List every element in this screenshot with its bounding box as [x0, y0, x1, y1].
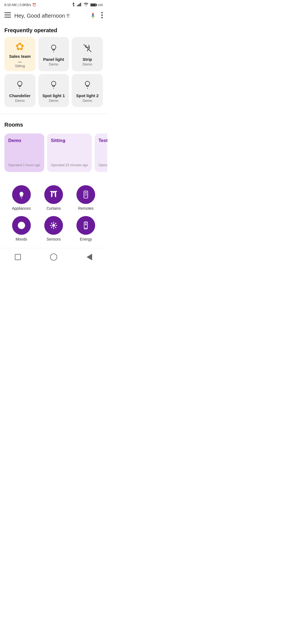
- curtains-label: Curtains: [46, 206, 61, 211]
- categories-grid: Appliances Curtains: [0, 179, 107, 246]
- svg-rect-28: [86, 195, 87, 196]
- category-sensors[interactable]: Sensors: [39, 216, 68, 241]
- svg-rect-4: [4, 12, 11, 13]
- battery-percent: 100: [98, 3, 103, 7]
- svg-point-16: [85, 81, 90, 86]
- card-name: Sales team ...: [8, 54, 32, 63]
- svg-rect-21: [84, 191, 88, 198]
- card-room: Demo: [49, 99, 59, 103]
- nav-back-button[interactable]: [85, 253, 94, 261]
- light-icon: [49, 80, 59, 91]
- mic-button[interactable]: [88, 11, 98, 21]
- svg-rect-24: [86, 193, 87, 194]
- triangle-icon: [87, 254, 92, 260]
- room-time: Operated 2 weeks ago: [98, 163, 107, 168]
- svg-rect-26: [86, 194, 87, 195]
- svg-rect-6: [4, 17, 11, 18]
- card-name: Chandelier: [9, 93, 31, 98]
- plug-off-icon: [82, 43, 92, 55]
- menu-button[interactable]: [4, 12, 11, 19]
- svg-point-14: [18, 81, 22, 86]
- room-name: Testing: [98, 138, 107, 143]
- svg-point-15: [51, 81, 56, 86]
- svg-rect-35: [85, 228, 87, 228]
- speed: 0.6KB/s: [20, 3, 31, 7]
- square-icon: [15, 254, 21, 260]
- fan-icon: ✿: [15, 41, 24, 52]
- sensors-circle: [44, 216, 63, 235]
- card-room: Demo: [15, 99, 25, 103]
- svg-rect-23: [85, 193, 86, 194]
- freq-card-strip[interactable]: Strip Demo: [72, 37, 103, 71]
- battery-icon: [90, 3, 96, 7]
- bottom-navigation: [0, 248, 107, 267]
- card-room: Sitting: [15, 64, 25, 68]
- svg-rect-1: [78, 4, 79, 6]
- svg-rect-3: [80, 3, 81, 6]
- svg-point-29: [18, 222, 25, 229]
- header: Hey, Good afternoon !!: [0, 9, 107, 25]
- rooms-title: Rooms: [0, 119, 107, 131]
- circle-icon: [50, 253, 57, 261]
- room-name: Demo: [8, 138, 40, 143]
- category-appliances[interactable]: Appliances: [7, 185, 36, 211]
- freq-card-chandelier[interactable]: Chandelier Demo: [4, 74, 35, 107]
- freq-card-panel-light[interactable]: Panel light Demo: [38, 37, 69, 71]
- room-time: Operated 23 minutes ago: [51, 163, 88, 168]
- svg-point-10: [101, 14, 103, 16]
- svg-rect-25: [85, 194, 86, 195]
- svg-rect-22: [85, 192, 87, 193]
- svg-point-18: [20, 192, 23, 196]
- remotes-circle: [76, 185, 95, 204]
- svg-rect-34: [85, 223, 87, 223]
- appliances-circle: [12, 185, 31, 204]
- freq-card-spotlight1[interactable]: Spot light 1 Demo: [38, 74, 69, 107]
- frequently-operated-grid: ✿ Sales team ... Sitting Panel light Dem…: [0, 37, 107, 114]
- svg-point-32: [52, 224, 55, 227]
- appliances-label: Appliances: [12, 206, 31, 211]
- svg-rect-5: [4, 15, 11, 15]
- freq-card-spotlight2[interactable]: Spot light 2 Demo: [72, 74, 103, 107]
- energy-circle: [76, 216, 95, 235]
- card-name: Strip: [83, 57, 92, 62]
- card-name: Spot light 2: [76, 93, 99, 98]
- signal-icon: [77, 2, 82, 7]
- time: 8:16 AM: [4, 3, 16, 7]
- room-card-demo[interactable]: Demo Operated 2 hours ago: [4, 133, 44, 172]
- svg-point-9: [101, 12, 103, 13]
- room-name: Sitting: [51, 138, 88, 143]
- svg-rect-0: [77, 5, 78, 6]
- greeting-text: Hey, Good afternoon !!: [14, 13, 85, 19]
- svg-rect-8: [92, 18, 94, 18]
- category-remotes[interactable]: Remotes: [71, 185, 101, 211]
- wifi-icon: [84, 2, 89, 7]
- status-left: 8:16 AM | 0.6KB/s ⏰: [4, 3, 36, 7]
- nav-home-button[interactable]: [49, 253, 58, 261]
- category-curtains[interactable]: Curtains: [39, 185, 68, 211]
- freq-card-sales-team[interactable]: ✿ Sales team ... Sitting: [4, 37, 35, 71]
- rooms-scroll-container[interactable]: Demo Operated 2 hours ago Sitting Operat…: [0, 131, 107, 174]
- status-bar: 8:16 AM | 0.6KB/s ⏰ 100: [0, 0, 107, 9]
- light-icon: [15, 80, 25, 91]
- room-card-testing[interactable]: Testing Operated 2 weeks ago: [95, 133, 107, 172]
- category-moods[interactable]: Moods: [7, 216, 36, 241]
- light-icon: [49, 43, 59, 55]
- more-options-button[interactable]: [101, 12, 103, 20]
- svg-point-31: [22, 224, 23, 225]
- status-right: 100: [72, 2, 103, 7]
- frequently-operated-title: Frequently operated: [0, 25, 107, 37]
- card-name: Spot light 1: [42, 93, 65, 98]
- light-icon: [82, 80, 92, 91]
- alarm-icon: ⏰: [32, 3, 36, 7]
- nav-square-button[interactable]: [13, 253, 22, 261]
- svg-rect-19: [50, 191, 57, 192]
- card-room: Demo: [82, 99, 92, 103]
- separator: |: [18, 3, 18, 7]
- rooms-section: Rooms Demo Operated 2 hours ago Sitting …: [0, 114, 107, 179]
- moods-circle: [12, 216, 31, 235]
- bluetooth-icon: [72, 2, 75, 7]
- remotes-label: Remotes: [78, 206, 94, 211]
- card-name: Panel light: [43, 57, 64, 62]
- category-energy[interactable]: Energy: [71, 216, 101, 241]
- room-card-sitting[interactable]: Sitting Operated 23 minutes ago: [47, 133, 92, 172]
